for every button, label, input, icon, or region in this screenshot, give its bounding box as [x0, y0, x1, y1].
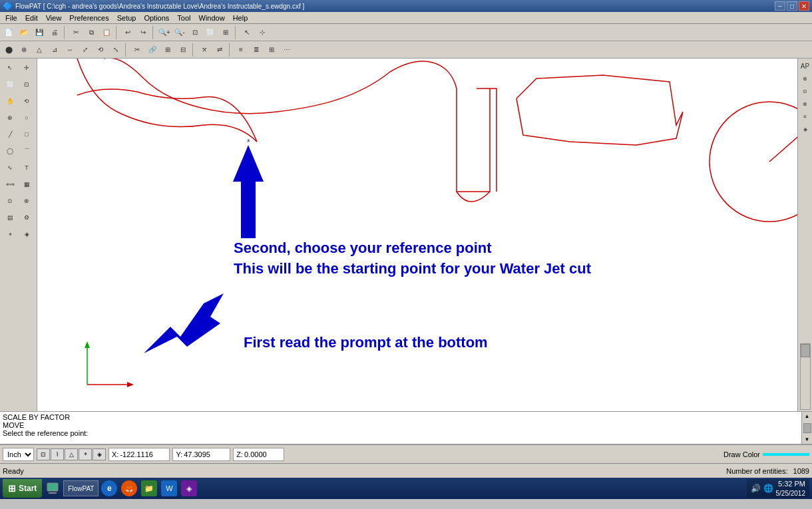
tb-select2[interactable]: ⊹ — [255, 25, 270, 40]
canvas-area[interactable]: * Second, choose your reference point Th… — [37, 59, 797, 411]
maximize-button[interactable]: □ — [787, 1, 797, 11]
tb2-btn14[interactable]: ≣ — [249, 43, 264, 57]
taskbar-flowpat[interactable]: FlowPAT — [63, 480, 99, 496]
tb2-btn13[interactable]: ≡ — [234, 43, 248, 57]
tb-print[interactable]: 🖨 — [47, 25, 62, 40]
tb2-btn7[interactable]: ⟲ — [93, 43, 108, 57]
tb-redo[interactable]: ↪ — [136, 25, 150, 40]
tb-copy[interactable]: ⧉ — [84, 25, 99, 40]
start-button[interactable]: ⊞ Start — [3, 479, 42, 498]
tb2-btn6[interactable]: ⤢ — [78, 43, 93, 57]
menu-tool[interactable]: Tool — [173, 13, 194, 23]
right-scrollbar[interactable] — [800, 343, 811, 410]
lt-orbit2[interactable]: ⊗ — [19, 193, 35, 209]
tb-zoom-window[interactable]: ⬜ — [203, 25, 218, 40]
lt-pan[interactable]: ✋ — [2, 93, 18, 109]
z-value: 0.0000 — [244, 450, 281, 458]
tb2-btn4[interactable]: ⊿ — [47, 43, 62, 57]
lt-circle[interactable]: ◯ — [2, 143, 18, 159]
lt-hatch[interactable]: ▦ — [19, 176, 35, 192]
lt-line[interactable]: ╱ — [2, 126, 18, 142]
tb-undo[interactable]: ↩ — [120, 25, 135, 40]
y-value: 47.3095 — [184, 450, 227, 458]
tb2-btn5[interactable]: ↔ — [63, 43, 77, 57]
taskbar-app5[interactable]: ◈ — [180, 479, 198, 498]
tb-zoom-out[interactable]: 🔍- — [172, 25, 187, 40]
minimize-button[interactable]: − — [775, 1, 785, 11]
menu-help[interactable]: Help — [229, 13, 252, 23]
menu-window[interactable]: Window — [195, 13, 229, 23]
lt-snap2[interactable]: ○ — [19, 110, 35, 126]
tb2-btn12[interactable]: ⊟ — [176, 43, 190, 57]
tb-zoom-prev[interactable]: ⊞ — [218, 25, 233, 40]
tb2-btn16[interactable]: ⋯ — [280, 43, 294, 57]
unit-select[interactable]: Inch mm — [3, 448, 34, 461]
lt-rect[interactable]: □ — [19, 126, 35, 142]
tb-select[interactable]: ↖ — [240, 25, 254, 40]
lt-dim[interactable]: ⟺ — [2, 176, 18, 192]
lt-spline[interactable]: ∿ — [2, 160, 18, 176]
taskbar-app3[interactable]: 📁 — [140, 479, 158, 498]
lt-orbit[interactable]: ⊙ — [2, 193, 18, 209]
lt-text[interactable]: T — [19, 160, 35, 176]
rt-btn5[interactable]: ≡ — [799, 110, 811, 122]
snap-btn2[interactable]: ⌇ — [51, 448, 64, 460]
tb2-scale[interactable]: ⤧ — [197, 43, 212, 57]
tb2-btn9[interactable]: ✂ — [130, 43, 144, 57]
rt-btn3[interactable]: ⊙ — [799, 85, 811, 97]
menu-preferences[interactable]: Preferences — [65, 13, 112, 23]
rt-btn6[interactable]: ◈ — [799, 123, 811, 135]
tb-zoom-all[interactable]: ⊡ — [188, 25, 202, 40]
tb-paste[interactable]: 📋 — [99, 25, 114, 40]
tb-zoom-in[interactable]: 🔍+ — [157, 25, 172, 40]
rt-btn2[interactable]: ⊕ — [799, 73, 811, 85]
taskbar-show-desktop[interactable] — [43, 479, 62, 498]
tb2-btn1[interactable]: ⬤ — [1, 43, 16, 57]
tb2-btn10[interactable]: 🔗 — [145, 43, 160, 57]
menu-view[interactable]: View — [42, 13, 66, 23]
menu-options[interactable]: Options — [140, 13, 173, 23]
snap-btn1[interactable]: ⊡ — [37, 448, 50, 460]
rt-btn1[interactable]: AP — [799, 60, 811, 72]
sep4 — [235, 26, 238, 39]
lt-select[interactable]: ↖ — [2, 60, 18, 76]
lt-arc[interactable]: ⌒ — [19, 143, 35, 159]
taskbar-firefox[interactable]: 🦊 — [120, 479, 138, 498]
tb2-mirror[interactable]: ⇌ — [212, 43, 227, 57]
lt-misc1[interactable]: ⌖ — [2, 226, 18, 242]
sep3 — [152, 26, 155, 39]
x-value: -122.1116 — [120, 450, 166, 458]
tb-cut[interactable]: ✂ — [69, 25, 83, 40]
taskbar-app4[interactable]: W — [160, 479, 178, 498]
tb-new[interactable]: 📄 — [1, 25, 16, 40]
lt-zoom-win[interactable]: ⬜ — [2, 77, 18, 92]
snap-btn4[interactable]: ⌖ — [79, 448, 92, 460]
svg-line-1 — [769, 125, 797, 162]
tb2-btn8[interactable]: ⤡ — [108, 43, 123, 57]
snap-btn3[interactable]: △ — [65, 448, 78, 460]
lt-rotate[interactable]: ⟲ — [19, 93, 35, 109]
lt-prop[interactable]: ⚙ — [19, 210, 35, 226]
rt-btn4[interactable]: ⊗ — [799, 98, 811, 110]
lt-layer[interactable]: ▤ — [2, 210, 18, 226]
snap-btn5[interactable]: ◈ — [93, 448, 106, 460]
close-button[interactable]: ✕ — [799, 1, 809, 11]
lt-zoom-dyn[interactable]: ⊡ — [19, 77, 35, 92]
menu-edit[interactable]: Edit — [21, 13, 42, 23]
tb-open[interactable]: 📂 — [17, 25, 31, 40]
tb-save[interactable]: 💾 — [32, 25, 47, 40]
tb2-btn3[interactable]: △ — [32, 43, 47, 57]
arrow-up — [230, 145, 267, 240]
tb2-btn11[interactable]: ⊞ — [160, 43, 175, 57]
tb2-btn2[interactable]: ⊕ — [17, 43, 31, 57]
annotation-main: Second, choose your reference point This… — [234, 238, 591, 279]
lt-snap1[interactable]: ⊕ — [2, 110, 18, 126]
tb2-btn15[interactable]: ⊞ — [264, 43, 279, 57]
menu-file[interactable]: File — [1, 13, 21, 23]
coord-y: Y: 47.3095 — [172, 448, 230, 461]
lt-misc2[interactable]: ◈ — [19, 226, 35, 242]
cmd-scrollbar[interactable]: ▲ ▼ — [801, 412, 812, 444]
menu-setup[interactable]: Setup — [113, 13, 140, 23]
lt-cross[interactable]: ✛ — [19, 60, 35, 76]
taskbar-ie[interactable]: e — [100, 479, 118, 498]
